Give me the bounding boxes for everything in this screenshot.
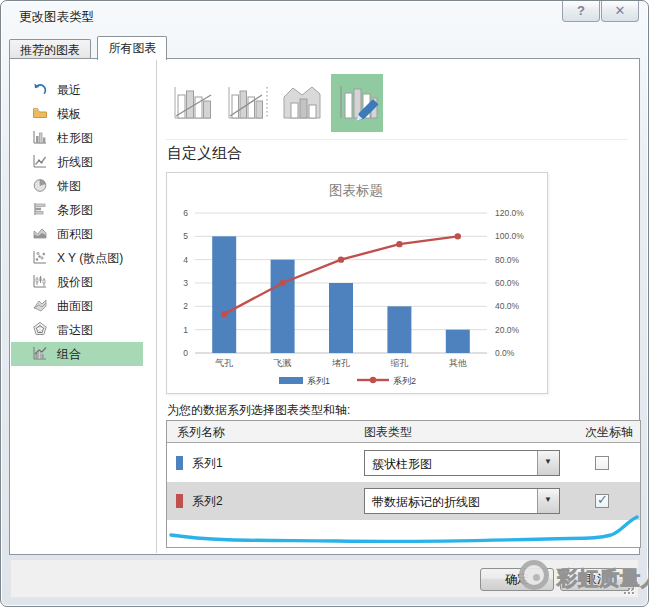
series-table: 系列名称 图表类型 次坐标轴 系列1 簇状柱形图	[166, 420, 641, 548]
series-row-1[interactable]: 系列1 簇状柱形图	[167, 444, 640, 482]
svg-text:40.0%: 40.0%	[495, 301, 520, 311]
svg-text:100.0%: 100.0%	[495, 231, 524, 241]
sidebar-item-recent[interactable]: 最近	[11, 78, 156, 102]
stock-chart-icon	[32, 273, 48, 289]
series1-chart-type-value: 簇状柱形图	[372, 456, 432, 473]
series1-secondary-axis-checkbox[interactable]	[595, 456, 609, 470]
sidebar-item-scatter[interactable]: X Y (散点图)	[11, 246, 156, 270]
all-charts-panel: 最近模板柱形图折线图饼图条形图面积图X Y (散点图)股价图曲面图雷达图组合 自…	[9, 58, 640, 555]
tab-all-charts[interactable]: 所有图表	[97, 36, 167, 60]
chart-preview: 图表标题00.0%120.0%240.0%360.0%480.0%5100.0%…	[166, 172, 548, 394]
svg-text:20.0%: 20.0%	[495, 325, 520, 335]
svg-text:其他: 其他	[449, 358, 467, 368]
change-chart-type-dialog: 更改图表类型 ? ✕ 推荐的图表 所有图表 最近模板柱形图折线图饼图条形图面积图…	[0, 0, 649, 607]
dialog-tabs: 推荐的图表 所有图表	[9, 36, 169, 59]
help-icon: ?	[577, 3, 585, 18]
svg-text:2: 2	[183, 301, 188, 311]
svg-text:120.0%: 120.0%	[495, 208, 524, 218]
sidebar-item-pie[interactable]: 饼图	[11, 174, 156, 198]
sidebar-item-label: 雷达图	[57, 323, 93, 337]
svg-text:飞溅: 飞溅	[274, 358, 292, 368]
svg-text:系列2: 系列2	[393, 376, 416, 386]
dropdown-arrow-icon[interactable]	[537, 489, 559, 513]
sidebar-item-line[interactable]: 折线图	[11, 150, 156, 174]
svg-text:缩孔: 缩孔	[390, 358, 408, 368]
dialog-title: 更改图表类型	[19, 9, 94, 26]
series-row-2[interactable]: 系列2 带数据标记的折线图	[167, 482, 640, 520]
help-button[interactable]: ?	[562, 1, 600, 22]
svg-text:1: 1	[183, 325, 188, 335]
svg-text:60.0%: 60.0%	[495, 278, 520, 288]
sidebar-item-surface[interactable]: 曲面图	[11, 294, 156, 318]
svg-text:0: 0	[183, 348, 188, 358]
sidebar-item-combo[interactable]: 组合	[11, 342, 143, 366]
svg-text:6: 6	[183, 208, 188, 218]
chart-type-sidebar: 最近模板柱形图折线图饼图条形图面积图X Y (散点图)股价图曲面图雷达图组合	[11, 60, 157, 553]
series2-color-swatch	[176, 494, 183, 508]
bar-chart-icon	[32, 201, 48, 217]
series2-secondary-axis-checkbox[interactable]	[595, 494, 609, 508]
combo-content: 自定义组合 图表标题00.0%120.0%240.0%360.0%480.0%5…	[158, 60, 638, 553]
combo-subtype-stacked-area-clustered-column-icon[interactable]	[276, 74, 328, 132]
sidebar-item-stock[interactable]: 股价图	[11, 270, 156, 294]
template-folder-icon	[32, 105, 48, 121]
surface-chart-icon	[32, 297, 48, 313]
close-icon: ✕	[615, 3, 626, 18]
sidebar-item-column[interactable]: 柱形图	[11, 126, 156, 150]
combo-subtype-row	[166, 74, 386, 132]
sidebar-item-label: 组合	[57, 347, 81, 361]
column-chart-icon	[32, 129, 48, 145]
series2-name: 系列2	[192, 493, 223, 510]
svg-text:4: 4	[183, 255, 188, 265]
series1-chart-type-dropdown[interactable]: 簇状柱形图	[364, 450, 560, 476]
screenshot-root: 更改图表类型 ? ✕ 推荐的图表 所有图表 最近模板柱形图折线图饼图条形图面积图…	[0, 0, 649, 607]
series-table-header: 系列名称 图表类型 次坐标轴	[167, 421, 640, 443]
sidebar-item-label: 面积图	[57, 227, 93, 241]
sidebar-item-label: 股价图	[57, 275, 93, 289]
divider	[166, 139, 628, 140]
svg-text:0.0%: 0.0%	[495, 348, 515, 358]
line-chart-icon	[32, 153, 48, 169]
area-chart-icon	[32, 225, 48, 241]
series1-name: 系列1	[192, 455, 223, 472]
sidebar-item-templates[interactable]: 模板	[11, 102, 156, 126]
sidebar-item-label: 柱形图	[57, 131, 93, 145]
tab-recommended-charts[interactable]: 推荐的图表	[9, 39, 91, 60]
ok-label: 确定	[505, 572, 529, 586]
header-chart-type: 图表类型	[364, 424, 412, 441]
series1-color-swatch	[176, 456, 183, 470]
sidebar-item-label: 条形图	[57, 203, 93, 217]
ok-button[interactable]: 确定	[480, 568, 554, 591]
resize-grip[interactable]	[623, 583, 635, 595]
sidebar-item-label: 折线图	[57, 155, 93, 169]
close-button[interactable]: ✕	[601, 1, 639, 22]
scatter-chart-icon	[32, 249, 48, 265]
dialog-titlebar: 更改图表类型 ? ✕	[1, 1, 648, 31]
sidebar-item-bar[interactable]: 条形图	[11, 198, 156, 222]
section-title: 自定义组合	[167, 144, 242, 163]
combo-chart-icon	[32, 345, 48, 361]
combo-subtype-clustered-column-line-icon[interactable]	[166, 74, 218, 132]
dropdown-arrow-icon[interactable]	[537, 451, 559, 475]
series-prompt: 为您的数据系列选择图表类型和轴:	[167, 402, 350, 419]
svg-text:气孔: 气孔	[214, 358, 233, 368]
sidebar-item-area[interactable]: 面积图	[11, 222, 156, 246]
sidebar-item-label: 最近	[57, 83, 81, 97]
sidebar-item-label: X Y (散点图)	[57, 251, 123, 265]
sidebar-item-label: 饼图	[57, 179, 81, 193]
combo-subtype-custom-combination-icon[interactable]	[331, 74, 383, 132]
sidebar-item-label: 模板	[57, 107, 81, 121]
series2-chart-type-dropdown[interactable]: 带数据标记的折线图	[364, 488, 560, 514]
pareto-chart: 图表标题00.0%120.0%240.0%360.0%480.0%5100.0%…	[167, 173, 547, 393]
pie-chart-icon	[32, 177, 48, 193]
sidebar-item-radar[interactable]: 雷达图	[11, 318, 156, 342]
cancel-label: 取消	[585, 572, 609, 586]
header-secondary-axis: 次坐标轴	[585, 424, 633, 441]
header-series-name: 系列名称	[177, 424, 225, 441]
svg-text:系列1: 系列1	[307, 376, 330, 386]
sidebar-item-label: 曲面图	[57, 299, 93, 313]
svg-text:3: 3	[183, 278, 188, 288]
combo-subtype-clustered-column-line-secondary-axis-icon[interactable]	[221, 74, 273, 132]
svg-text:堵孔: 堵孔	[331, 358, 350, 368]
series2-chart-type-value: 带数据标记的折线图	[372, 494, 480, 511]
